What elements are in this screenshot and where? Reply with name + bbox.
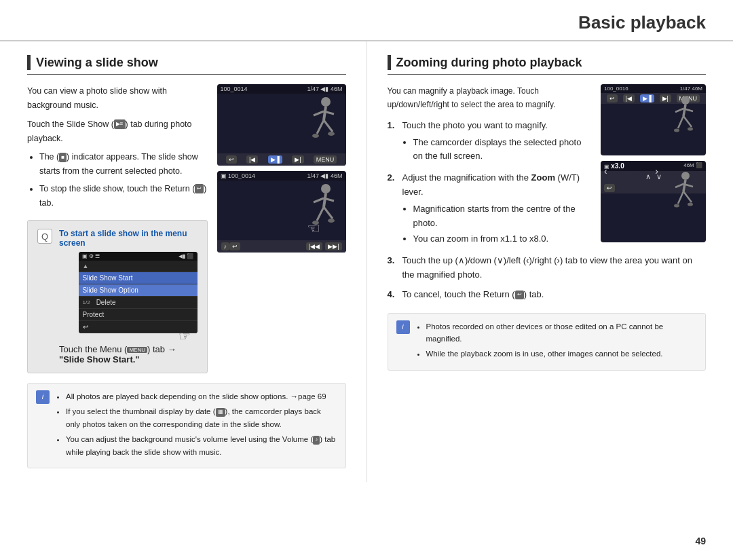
svg-line-1 [324,107,326,120]
return-icon-inline: ↩ [515,291,524,299]
step-4: To cancel, touch the Return (↩) tab. [388,288,707,302]
right-column: Zooming during photo playback 100_0016 1… [367,41,734,482]
svg-point-16 [681,96,690,105]
screen2-folder: ▣ 100_0014 [221,172,256,179]
step-2-sub-1: Magnification starts from the centre of … [413,202,590,231]
menu-screen-icons: ▣ ⚙ ☰ [82,253,100,259]
menu-screen-top: ▣ ⚙ ☰ ◀▮ ⬛ [79,252,198,261]
step-1-text: Touch the photo you want to magnify. [402,120,548,130]
step-4-content: To cancel, touch the Return (↩) tab. [402,288,544,302]
menu-return-icon: ↩ [83,323,88,331]
screen2-info: 1/47 ◀▮ 46M [307,172,342,179]
menu-item-delete[interactable]: 1/2 Delete [79,297,198,309]
tip-step-bold: "Slide Show Start." [59,354,140,365]
step-3-text: Touch the up (∧)/down (∨)/left (‹)/right… [402,255,693,280]
svg-point-6 [312,134,319,138]
figure-silhouette-1 [300,96,341,151]
svg-point-23 [688,128,693,131]
zoom-screen-info: 46M ⬛ [683,162,702,170]
svg-line-26 [678,191,683,204]
right-ctrl-prev[interactable]: |◀ [623,94,635,102]
svg-line-10 [317,207,324,221]
right-figure-silhouette-1 [663,96,700,143]
indicator-icon: ■ [59,153,67,162]
step-1-sub-1: The camcorder displays the selected phot… [413,136,590,164]
page-number: 49 [695,536,706,546]
left-screens-stack: 100_0014 1/47 ◀▮ 46M [217,84,346,253]
menu-item-slideshow-option[interactable]: Slide Show Option [79,284,198,297]
tip-box: Q To start a slide show in the menu scre… [27,220,208,373]
ctrl-prev-2[interactable]: |◀◀ [306,242,322,250]
left-note-item-2: If you select the thumbnail display by d… [66,405,337,430]
svg-point-31 [688,203,693,206]
svg-point-24 [681,172,690,180]
zoom-camera-screen: ▣ x3.0 46M ⬛ ‹ [601,161,706,242]
right-ctrl-play[interactable]: ▶▐ [640,94,654,102]
ctrl-next-2[interactable]: ▶▶| [325,242,341,250]
svg-point-30 [674,204,679,208]
return-tab-icon: ↩ [195,184,204,193]
note-icon-left: i [36,390,50,404]
menu-icon-inline: MENU [127,347,147,353]
ctrl-next-1[interactable]: ▶| [292,155,303,164]
zoom-figure-silhouette [663,171,700,220]
step-2: Adjust the magnification with the Zoom (… [388,171,590,248]
menu-item-label-4: Protect [83,311,105,318]
camera-screen-2: ▣ 100_0014 1/47 ◀▮ 46M ☞ [217,171,346,253]
tip-box-content: To start a slide show in the menu screen… [59,229,198,365]
svg-line-4 [314,111,324,115]
svg-point-15 [328,219,335,223]
menu-screen: ▣ ⚙ ☰ ◀▮ ⬛ ▲ Slide Show Start Slide S [79,252,198,333]
menu-item-protect[interactable]: Protect [79,309,198,321]
svg-line-20 [675,109,683,112]
ctrl-play-1[interactable]: ▶▐ [268,155,282,164]
svg-point-22 [674,129,679,132]
title-bar-icon [27,55,31,70]
left-column: Viewing a slide show 100_0014 1/47 ◀▮ 46… [0,41,367,482]
ctrl-prev-1[interactable]: |◀ [246,155,258,164]
screen1-top-bar: 100_0014 1/47 ◀▮ 46M [217,84,346,94]
step-3-content: Touch the up (∧)/down (∨)/left (‹)/right… [402,254,707,282]
left-note-box: i All photos are played back depending o… [27,383,346,468]
zoom-up-arrow[interactable]: ∧ [645,172,651,181]
hand-cursor: ☞ [307,220,320,238]
step-1: Touch the photo you want to magnify. The… [388,119,590,166]
zoom-right-arrow[interactable]: › [655,166,658,176]
menu-items-list: ▲ Slide Show Start Slide Show Option 1/2… [79,261,198,333]
up-arrow-icon: ▲ [83,263,89,269]
right-camera-screen-1: 100_0016 1/47 46M [601,84,706,155]
svg-line-11 [324,207,333,219]
svg-line-19 [683,116,692,127]
zoom-return-btn[interactable]: ↩ [604,184,615,192]
screen1-info: 1/47 ◀▮ 46M [307,86,342,92]
svg-line-25 [683,180,685,191]
menu-page-num: 1/2 [83,299,90,305]
date-icon: ▦ [216,408,225,417]
ctrl-music-2[interactable]: ♪ [221,242,230,250]
right-screen1-top: 100_0016 1/47 46M [601,84,706,93]
tip-menu-screen: ▣ ⚙ ☰ ◀▮ ⬛ ▲ Slide Show Start Slide S [79,252,198,344]
ctrl-menu-1[interactable]: MENU [314,155,337,164]
zoom-screen-top: ▣ x3.0 46M ⬛ [601,161,706,171]
screen1-body [217,94,346,153]
right-title-bar-icon [388,55,391,70]
step-2-subs: Magnification starts from the centre of … [402,202,590,246]
menu-item-slideshow-start[interactable]: Slide Show Start [79,272,198,284]
step-1-subs: The camcorder displays the selected phot… [402,136,590,164]
note-icon-right: i [396,320,410,334]
step-2-text: Adjust the magnification with the Zoom (… [402,172,580,197]
ctrl-return-2[interactable]: ↩ [229,242,240,250]
svg-line-27 [683,191,692,202]
right-note-list: Photos recorded on other devices or thos… [417,320,698,360]
right-note-item-1: Photos recorded on other devices or thos… [426,320,698,346]
zoom-left-arrow[interactable]: ‹ [604,166,607,176]
step-2-content: Adjust the magnification with the Zoom (… [402,171,590,248]
right-ctrl-return[interactable]: ↩ [607,94,618,102]
zoom-level: x3.0 [611,162,624,170]
svg-line-17 [683,105,685,116]
svg-line-3 [324,120,333,132]
ctrl-return-1[interactable]: ↩ [226,155,237,164]
tip-title: To start a slide show in the menu screen [59,229,198,248]
menu-item-label-3: Delete [96,299,116,306]
svg-line-9 [324,193,326,207]
